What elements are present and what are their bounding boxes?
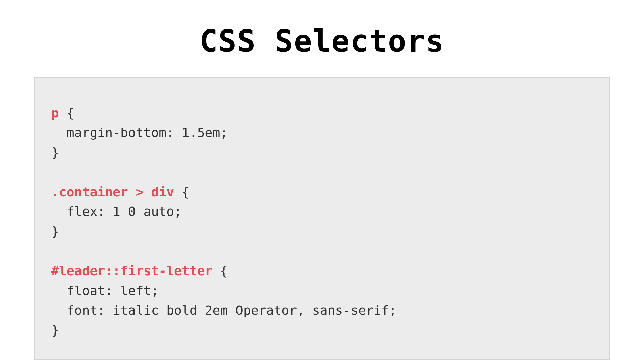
declaration-1-0: margin-bottom: 1.5em; bbox=[51, 125, 228, 140]
selector-1: p bbox=[51, 106, 59, 120]
brace-close-2: } bbox=[51, 224, 59, 239]
brace-close-1: } bbox=[51, 145, 59, 160]
brace-open-2: { bbox=[174, 185, 190, 199]
declaration-3-1: font: italic bold 2em Operator, sans-ser… bbox=[51, 303, 397, 318]
slide-title: CSS Selectors bbox=[200, 23, 444, 59]
code-block: p { margin-bottom: 1.5em; } .container >… bbox=[34, 77, 610, 360]
declaration-2-0: flex: 1 0 auto; bbox=[51, 204, 182, 219]
brace-close-3: } bbox=[51, 323, 59, 338]
selector-2: .container > div bbox=[51, 185, 174, 199]
brace-open-1: { bbox=[59, 106, 74, 120]
brace-open-3: { bbox=[212, 263, 228, 278]
selector-3: #leader::first-letter bbox=[51, 263, 212, 278]
declaration-3-0: float: left; bbox=[51, 283, 159, 298]
